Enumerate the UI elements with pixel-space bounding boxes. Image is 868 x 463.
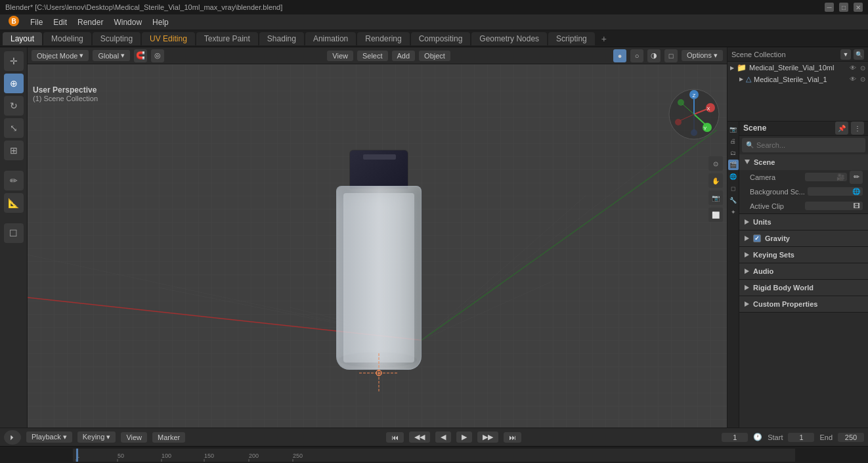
tab-modeling[interactable]: Modeling — [43, 32, 91, 45]
active-clip-value[interactable]: 🎞 — [805, 202, 863, 210]
view-menu-tl[interactable]: View — [121, 432, 147, 443]
keying-menu[interactable]: Keying ▾ — [77, 431, 116, 443]
tab-rendering[interactable]: Rendering — [357, 32, 409, 45]
minimize-button[interactable]: ─ — [825, 3, 834, 12]
gravity-checkbox[interactable]: ✓ — [753, 234, 761, 242]
prop-section-gravity-header[interactable]: ✓ Gravity — [739, 231, 868, 246]
prev-frame-button[interactable]: ◀◀ — [409, 431, 430, 443]
collection-render[interactable]: ⊙ — [860, 64, 865, 72]
viewport-shading-wire[interactable]: □ — [664, 49, 678, 62]
tab-geometry-nodes[interactable]: Geometry Nodes — [471, 32, 547, 45]
mesh-visibility[interactable]: 👁 — [850, 76, 856, 83]
move-tool[interactable]: ⊕ — [4, 74, 24, 93]
menu-help[interactable]: Help — [147, 16, 174, 28]
outliner-item-collection[interactable]: ▶ 📁 Medical_Sterile_Vial_10ml 👁 ⊙ — [727, 62, 868, 74]
options-button[interactable]: Options ▾ — [682, 50, 723, 61]
menu-render[interactable]: Render — [72, 16, 108, 28]
tab-compositing[interactable]: Compositing — [411, 32, 471, 45]
proportional-edit[interactable]: ◎ — [151, 49, 164, 62]
camera-edit[interactable]: ✏ — [850, 171, 863, 184]
end-frame-input[interactable]: 250 — [838, 433, 864, 442]
transform-tool[interactable]: ⊞ — [4, 141, 24, 160]
properties-icon-bar: 📷 🖨 🗂 🎬 🌐 ◻ 🔧 ✦ — [727, 121, 739, 428]
zoom-fit-icon[interactable]: ⊙ — [708, 156, 723, 171]
viewport-shading-rendered[interactable]: ◑ — [647, 49, 661, 62]
object-menu[interactable]: Object — [419, 51, 450, 61]
svg-point-28 — [675, 119, 682, 125]
marker-menu[interactable]: Marker — [152, 432, 185, 443]
annotate-tool[interactable]: ✏ — [4, 171, 24, 190]
vial-body — [336, 186, 422, 370]
menu-file[interactable]: File — [25, 16, 48, 28]
properties-sections: Scene Camera 🎥 ✏ Background Sc... — [739, 154, 868, 428]
jump-end-button[interactable]: ⏭ — [504, 432, 521, 443]
navigation-gizmo[interactable]: X Y Z — [668, 88, 720, 141]
outliner-search[interactable]: 🔍 — [854, 49, 864, 60]
viewport-shading-solid[interactable]: ● — [613, 49, 626, 62]
prop-section-units-header[interactable]: Units — [739, 214, 868, 230]
audio-section-label: Audio — [753, 267, 773, 275]
prop-section-rigid-body-header[interactable]: Rigid Body World — [739, 280, 868, 296]
prev-keyframe-button[interactable]: ◀ — [435, 431, 451, 443]
tab-uv-editing[interactable]: UV Editing — [142, 32, 195, 45]
play-button[interactable]: ▶ — [456, 431, 472, 443]
properties-pin[interactable]: 📌 — [835, 121, 848, 135]
object-mode-label: Object Mode — [37, 52, 77, 60]
add-menu[interactable]: Add — [392, 51, 416, 61]
tab-animation[interactable]: Animation — [305, 32, 356, 45]
prop-scene-icon[interactable]: 🎬 — [728, 160, 739, 170]
start-frame-input[interactable]: 1 — [788, 433, 814, 442]
tab-scripting[interactable]: Scripting — [548, 32, 595, 45]
camera-value[interactable]: 🎥 — [805, 173, 847, 181]
prop-section-keying-header[interactable]: Keying Sets — [739, 247, 868, 263]
view-menu[interactable]: View — [327, 51, 353, 61]
background-value[interactable]: 🌐 — [808, 187, 863, 196]
camera-icon[interactable]: 📷 — [708, 190, 723, 205]
prop-section-custom-header[interactable]: Custom Properties — [739, 296, 868, 312]
select-menu[interactable]: Select — [357, 51, 388, 61]
scale-tool[interactable]: ⤡ — [4, 118, 24, 138]
render-region-icon[interactable]: ⬜ — [708, 208, 723, 222]
add-cube-tool[interactable]: ☐ — [4, 223, 24, 243]
prop-view-layer-icon[interactable]: 🗂 — [728, 148, 739, 158]
object-mode-selector[interactable]: Object Mode ▾ — [32, 50, 89, 61]
prop-world-icon[interactable]: 🌐 — [728, 171, 739, 182]
prop-output-icon[interactable]: 🖨 — [728, 136, 739, 146]
menu-edit[interactable]: Edit — [48, 16, 72, 28]
prop-particles-icon[interactable]: ✦ — [728, 207, 739, 217]
global-selector[interactable]: Global ▾ — [93, 50, 130, 61]
prop-object-icon[interactable]: ◻ — [728, 183, 739, 194]
menu-blender[interactable]: B — [3, 14, 25, 30]
rotate-tool[interactable]: ↻ — [4, 96, 24, 116]
outliner-filter[interactable]: ▼ — [840, 49, 851, 60]
maximize-button[interactable]: □ — [839, 3, 848, 12]
tab-texture-paint[interactable]: Texture Paint — [196, 32, 258, 45]
prop-render-icon[interactable]: 📷 — [728, 124, 739, 135]
tab-shading[interactable]: Shading — [259, 32, 304, 45]
tab-layout[interactable]: Layout — [3, 32, 42, 45]
next-keyframe-button[interactable]: ▶▶ — [477, 431, 498, 443]
collection-visibility[interactable]: 👁 — [850, 64, 856, 72]
properties-search-input[interactable] — [756, 141, 861, 149]
jump-start-button[interactable]: ⏮ — [386, 432, 404, 443]
mesh-render[interactable]: ⊙ — [860, 76, 865, 83]
prop-section-audio-header[interactable]: Audio — [739, 263, 868, 279]
properties-more[interactable]: ⋮ — [851, 121, 864, 135]
prop-section-scene-header[interactable]: Scene — [739, 154, 868, 170]
menu-window[interactable]: Window — [108, 16, 147, 28]
pan-icon[interactable]: ✋ — [708, 173, 723, 188]
playback-menu[interactable]: Playback ▾ — [26, 431, 72, 443]
viewport-shading-material[interactable]: ○ — [630, 49, 643, 62]
measure-tool[interactable]: 📐 — [4, 193, 24, 213]
close-button[interactable]: ✕ — [854, 3, 863, 12]
prop-modifier-icon[interactable]: 🔧 — [728, 195, 739, 206]
current-frame-input[interactable]: 1 — [722, 433, 748, 442]
viewport[interactable]: Object Mode ▾ Global ▾ 🧲 ◎ View Select A… — [28, 47, 727, 428]
tab-sculpting[interactable]: Sculpting — [93, 32, 141, 45]
add-tab-button[interactable]: + — [596, 32, 612, 45]
timeline-track[interactable]: 1 50 100 150 200 250 — [4, 447, 864, 463]
outliner-item-mesh[interactable]: ▶ △ Medical_Sterile_Vial_1 👁 ⊙ — [737, 74, 868, 85]
snap-button[interactable]: 🧲 — [134, 49, 147, 62]
properties-search-box[interactable]: 🔍 — [742, 138, 865, 152]
cursor-tool[interactable]: ✛ — [4, 51, 24, 71]
